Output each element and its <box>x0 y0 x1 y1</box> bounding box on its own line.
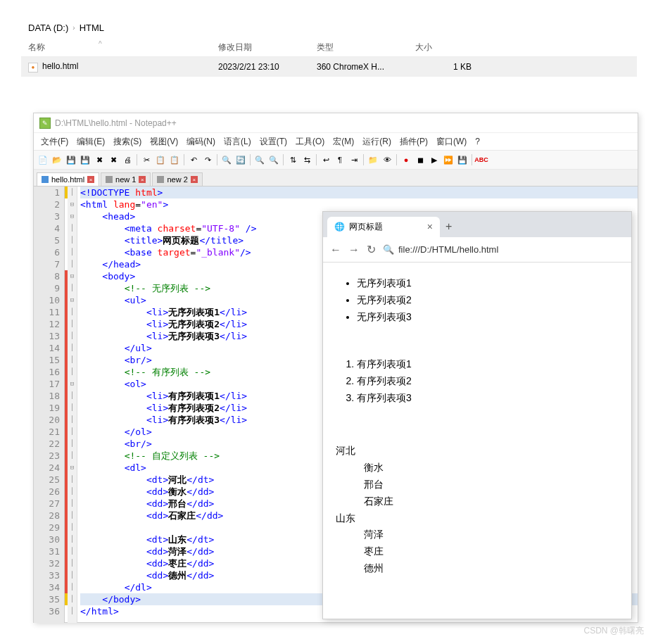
window-title: D:\HTML\hello.html - Notepad++ <box>55 118 177 128</box>
menu-item[interactable]: 窗口(W) <box>434 134 469 149</box>
definition-list: 河北衡水邢台石家庄山东菏泽枣庄德州 <box>336 443 619 576</box>
browser-window: 🌐 网页标题 × + ← → ↻ 🔍 file:///D:/HTML/hello… <box>322 211 632 619</box>
new-tab-button[interactable]: + <box>445 220 452 233</box>
browser-toolbar: ← → ↻ 🔍 file:///D:/HTML/hello.html <box>323 237 631 263</box>
record-icon[interactable]: ● <box>400 153 412 166</box>
undo-icon[interactable]: ↶ <box>187 153 200 166</box>
wrap-icon[interactable]: ↩ <box>319 153 332 166</box>
close-icon[interactable]: ✖ <box>93 153 106 166</box>
dl-desc: 枣庄 <box>364 543 619 560</box>
breadcrumb[interactable]: DATA (D:) › HTML <box>21 20 637 36</box>
menu-item[interactable]: 运行(R) <box>360 134 394 149</box>
menu-item[interactable]: 文件(F) <box>38 134 71 149</box>
list-item: 有序列表项3 <box>357 390 619 407</box>
zoom-in-icon[interactable]: 🔍 <box>253 153 266 166</box>
close-all-icon[interactable]: ✖ <box>107 153 120 166</box>
monitor-icon[interactable]: 👁 <box>381 153 393 166</box>
dl-desc: 石家庄 <box>364 493 619 510</box>
column-date[interactable]: 修改日期 <box>218 42 317 53</box>
disk-icon <box>42 176 49 183</box>
globe-icon: 🌐 <box>334 222 345 232</box>
open-file-icon[interactable]: 📂 <box>51 153 63 166</box>
file-explorer: DATA (D:) › HTML 名称^ 修改日期 类型 大小 ●hello.h… <box>21 20 637 90</box>
unsaved-icon <box>157 176 164 183</box>
print-icon[interactable]: 🖨 <box>121 153 134 166</box>
tab-close-icon[interactable]: × <box>191 176 198 183</box>
breadcrumb-part[interactable]: HTML <box>80 23 104 33</box>
tab-label: new 2 <box>167 175 187 184</box>
tab-label: new 1 <box>115 175 136 184</box>
editor-tab[interactable]: new 1× <box>101 172 151 186</box>
window-titlebar[interactable]: ✎ D:\HTML\hello.html - Notepad++ <box>34 113 638 133</box>
list-item: 无序列表项3 <box>357 309 619 326</box>
sync-v-icon[interactable]: ⇅ <box>286 153 299 166</box>
save-icon[interactable]: 💾 <box>65 153 77 166</box>
folder-icon[interactable]: 📁 <box>367 153 379 166</box>
paste-icon[interactable]: 📋 <box>168 153 181 166</box>
file-date: 2023/2/21 23:10 <box>218 62 317 72</box>
sync-h-icon[interactable]: ⇆ <box>300 153 313 166</box>
line-numbers: 1234567891011121314151617181920212223242… <box>34 187 65 623</box>
forward-button[interactable]: → <box>348 244 360 256</box>
fast-forward-icon[interactable]: ⏩ <box>442 153 455 166</box>
column-headers: 名称^ 修改日期 类型 大小 <box>21 36 637 57</box>
browser-viewport[interactable]: 无序列表项1无序列表项2无序列表项3 有序列表项1有序列表项2有序列表项3 河北… <box>323 263 631 595</box>
back-button[interactable]: ← <box>330 244 341 256</box>
menu-item[interactable]: 编码(N) <box>184 134 218 149</box>
list-item: 无序列表项2 <box>357 292 619 309</box>
toolbar: 📄 📂 💾 💾 ✖ ✖ 🖨 ✂ 📋 📋 ↶ ↷ 🔍 🔄 🔍 🔍 ⇅ ⇆ ↩ ¶ … <box>34 150 638 170</box>
fold-column[interactable]: │⊟⊟││││⊟│⊟││││││⊟││││││⊟││││││││││││ <box>68 187 77 623</box>
new-file-icon[interactable]: 📄 <box>37 153 49 166</box>
breadcrumb-part[interactable]: DATA (D:) <box>28 23 68 33</box>
dl-desc: 邢台 <box>364 476 619 493</box>
menu-item[interactable]: 设置(T) <box>257 134 290 149</box>
dl-desc: 德州 <box>364 560 619 577</box>
redo-icon[interactable]: ↷ <box>201 153 214 166</box>
show-chars-icon[interactable]: ¶ <box>334 153 346 166</box>
list-item: 有序列表项2 <box>357 373 619 390</box>
menu-item[interactable]: 视图(V) <box>147 134 181 149</box>
file-row[interactable]: ●hello.html 2023/2/21 23:10 360 ChromeX … <box>21 57 637 77</box>
tab-label: hello.html <box>51 175 84 184</box>
replace-icon[interactable]: 🔄 <box>234 153 247 166</box>
dl-term: 河北 <box>336 443 619 460</box>
tab-close-icon[interactable]: × <box>427 221 433 232</box>
watermark: CSDN @韩曙亮 <box>583 625 644 637</box>
column-name[interactable]: 名称^ <box>28 42 218 53</box>
save-macro-icon[interactable]: 💾 <box>456 153 469 166</box>
column-size[interactable]: 大小 <box>415 42 472 53</box>
file-name: hello.html <box>42 61 78 71</box>
tab-close-icon[interactable]: × <box>139 176 146 183</box>
stop-icon[interactable]: ◼ <box>414 153 426 166</box>
find-icon[interactable]: 🔍 <box>220 153 233 166</box>
tab-close-icon[interactable]: × <box>87 176 94 183</box>
editor-tab[interactable]: hello.html× <box>37 172 99 186</box>
browser-tabstrip: 🌐 网页标题 × + <box>323 212 631 237</box>
spellcheck-icon[interactable]: ABC <box>475 153 488 166</box>
browser-tab[interactable]: 🌐 网页标题 × <box>327 217 440 237</box>
unsaved-icon <box>106 176 113 183</box>
dl-term: 山东 <box>336 510 619 527</box>
file-type: 360 ChromeX H... <box>317 62 415 72</box>
menu-item[interactable]: ? <box>472 135 483 148</box>
url-bar[interactable]: 🔍 file:///D:/HTML/hello.html <box>383 244 624 255</box>
menu-item[interactable]: 搜索(S) <box>110 134 144 149</box>
column-type[interactable]: 类型 <box>317 42 415 53</box>
dl-desc: 菏泽 <box>364 526 619 543</box>
indent-icon[interactable]: ⇥ <box>348 153 360 166</box>
zoom-out-icon[interactable]: 🔍 <box>267 153 280 166</box>
play-icon[interactable]: ▶ <box>428 153 441 166</box>
editor-tab[interactable]: new 2× <box>152 172 202 186</box>
tab-title: 网页标题 <box>349 221 383 233</box>
copy-icon[interactable]: 📋 <box>154 153 167 166</box>
menu-item[interactable]: 插件(P) <box>397 134 431 149</box>
notepad-app-icon: ✎ <box>39 118 51 129</box>
dl-desc: 衡水 <box>364 460 619 476</box>
menu-item[interactable]: 宏(M) <box>330 134 357 149</box>
cut-icon[interactable]: ✂ <box>140 153 153 166</box>
menu-item[interactable]: 编辑(E) <box>74 134 108 149</box>
save-all-icon[interactable]: 💾 <box>79 153 91 166</box>
reload-button[interactable]: ↻ <box>367 243 376 256</box>
menu-item[interactable]: 工具(O) <box>293 134 327 149</box>
menu-item[interactable]: 语言(L) <box>221 134 254 149</box>
